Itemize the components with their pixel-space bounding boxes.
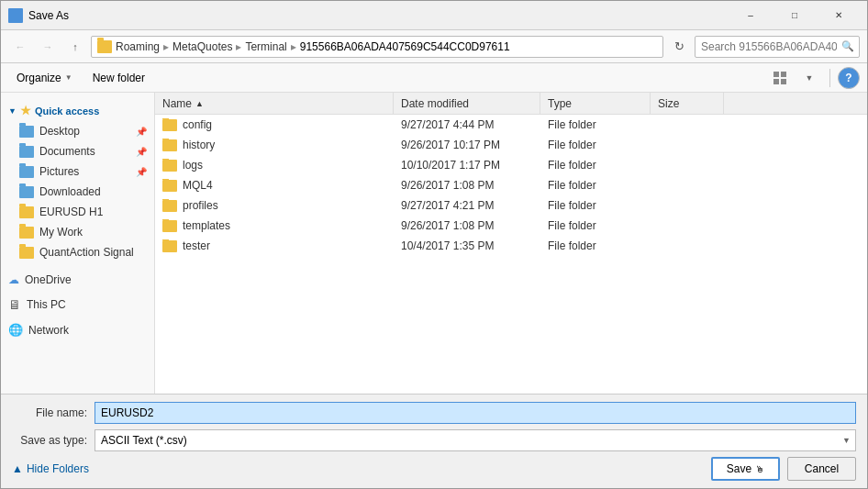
- sidebar-item-network[interactable]: 🌐 Network: [1, 319, 154, 340]
- forward-button[interactable]: →: [36, 36, 60, 58]
- table-row[interactable]: config 9/27/2017 4:44 PM File folder: [155, 115, 867, 135]
- file-date: 10/4/2017 1:35 PM: [394, 239, 540, 252]
- file-type: File folder: [540, 179, 651, 192]
- file-folder-icon: [162, 160, 177, 172]
- save-button[interactable]: Save 🖱: [711, 457, 780, 481]
- up-button[interactable]: ↑: [63, 36, 87, 58]
- sidebar-item-thispc[interactable]: 🖥 This PC: [1, 294, 154, 316]
- refresh-button[interactable]: ↻: [667, 36, 691, 58]
- bc-metaquotes[interactable]: MetaQuotes: [172, 40, 232, 53]
- downloaded-label: Downloaded: [39, 185, 101, 198]
- file-folder-icon: [162, 180, 177, 192]
- organize-label: Organize: [17, 72, 61, 84]
- star-icon: ★: [20, 104, 31, 117]
- cancel-button[interactable]: Cancel: [787, 457, 856, 481]
- window-controls: – □ ✕: [729, 1, 860, 30]
- file-list-body: config 9/27/2017 4:44 PM File folder his…: [155, 115, 867, 394]
- sidebar-item-documents[interactable]: Documents 📌: [1, 141, 154, 161]
- bc-terminal[interactable]: Terminal: [245, 40, 286, 53]
- view-dropdown-button[interactable]: ▼: [796, 67, 822, 89]
- sidebar-item-onedrive[interactable]: ☁ OneDrive: [1, 270, 154, 290]
- file-area: Name ▲ Date modified Type Size config: [155, 93, 867, 394]
- filename-label: File name:: [12, 406, 95, 419]
- documents-label: Documents: [39, 145, 95, 158]
- thispc-label: This PC: [27, 298, 66, 311]
- pictures-folder-icon: [19, 166, 34, 178]
- search-icon: 🔍: [841, 40, 854, 52]
- file-name: templates: [183, 219, 230, 232]
- button-row: ▲ Hide Folders Save 🖱 Cancel: [12, 457, 856, 481]
- sidebar-item-pictures[interactable]: Pictures 📌: [1, 161, 154, 182]
- table-row[interactable]: MQL4 9/26/2017 1:08 PM File folder: [155, 175, 867, 195]
- eurusd-label: EURUSD H1: [39, 206, 103, 218]
- file-date: 9/26/2017 1:08 PM: [394, 179, 540, 192]
- col-header-type[interactable]: Type: [540, 93, 651, 114]
- desktop-pin-icon: 📌: [136, 127, 147, 137]
- filename-row: File name:: [12, 402, 856, 424]
- quick-access-header[interactable]: ▼ ★ Quick access: [1, 100, 154, 121]
- file-folder-icon: [162, 240, 177, 252]
- svg-rect-3: [781, 79, 786, 84]
- network-icon: 🌐: [8, 323, 23, 337]
- close-button[interactable]: ✕: [818, 1, 860, 30]
- cancel-label: Cancel: [805, 462, 839, 475]
- dialog-title: Save As: [28, 9, 729, 22]
- file-type: File folder: [540, 159, 651, 172]
- file-type: File folder: [540, 139, 651, 151]
- file-name: tester: [183, 239, 210, 252]
- table-row[interactable]: tester 10/4/2017 1:35 PM File folder: [155, 236, 867, 256]
- filename-input[interactable]: [95, 402, 856, 424]
- toolbar-separator: [829, 69, 830, 87]
- downloaded-folder-icon: [19, 186, 34, 198]
- back-button[interactable]: ←: [8, 36, 32, 58]
- search-input[interactable]: [695, 36, 860, 58]
- network-label: Network: [28, 324, 69, 337]
- savetype-row: Save as type: ASCII Text (*.csv)CSV (*.c…: [12, 429, 856, 451]
- view-icon: [773, 71, 787, 85]
- minimize-button[interactable]: –: [729, 1, 772, 30]
- main-content: ▼ ★ Quick access Desktop 📌 Documents 📌 P…: [1, 93, 867, 394]
- file-type: File folder: [540, 219, 651, 232]
- collapse-icon: ▼: [8, 106, 17, 116]
- sidebar-item-mywork[interactable]: My Work: [1, 222, 154, 242]
- sidebar-item-quantaction[interactable]: QuantAction Signal: [1, 242, 154, 262]
- file-type: File folder: [540, 199, 651, 212]
- sidebar-item-downloaded[interactable]: Downloaded: [1, 182, 154, 202]
- maximize-button[interactable]: □: [773, 1, 816, 30]
- table-row[interactable]: profiles 9/27/2017 4:21 PM File folder: [155, 195, 867, 216]
- bc-roaming[interactable]: Roaming: [116, 40, 160, 53]
- address-bar: ← → ↑ Roaming ▸ MetaQuotes ▸ Terminal ▸ …: [1, 30, 867, 63]
- view-options-button[interactable]: [767, 67, 793, 89]
- desktop-folder-icon: [19, 126, 34, 138]
- help-button[interactable]: ?: [838, 67, 860, 89]
- save-cursor-icon: 🖱: [755, 464, 764, 474]
- sidebar-item-eurusd[interactable]: EURUSD H1: [1, 202, 154, 222]
- search-wrap: 🔍: [695, 36, 860, 58]
- sidebar-item-desktop[interactable]: Desktop 📌: [1, 121, 154, 141]
- dialog-icon: [8, 8, 23, 23]
- table-row[interactable]: logs 10/10/2017 1:17 PM File folder: [155, 155, 867, 175]
- bc-current[interactable]: 915566BA06ADA407569C544CC0D97611: [300, 40, 510, 53]
- col-header-size[interactable]: Size: [651, 93, 724, 114]
- documents-folder-icon: [19, 146, 34, 158]
- new-folder-button[interactable]: New folder: [84, 67, 153, 89]
- file-name: history: [183, 139, 215, 151]
- onedrive-label: OneDrive: [25, 273, 72, 286]
- file-type: File folder: [540, 118, 651, 131]
- table-row[interactable]: history 9/26/2017 10:17 PM File folder: [155, 135, 867, 155]
- table-row[interactable]: templates 9/26/2017 1:08 PM File folder: [155, 216, 867, 236]
- onedrive-icon: ☁: [8, 273, 19, 286]
- col-header-name[interactable]: Name ▲: [155, 93, 394, 114]
- bottom-section: File name: Save as type: ASCII Text (*.c…: [1, 394, 867, 488]
- title-bar: Save As – □ ✕: [1, 1, 867, 30]
- savetype-select[interactable]: ASCII Text (*.csv)CSV (*.csv)Text (*.txt…: [95, 429, 856, 451]
- col-header-date[interactable]: Date modified: [394, 93, 540, 114]
- organize-button[interactable]: Organize ▼: [8, 67, 81, 89]
- view-dropdown-icon: ▼: [806, 73, 814, 83]
- hide-folders-button[interactable]: ▲ Hide Folders: [12, 462, 89, 475]
- breadcrumb-bar[interactable]: Roaming ▸ MetaQuotes ▸ Terminal ▸ 915566…: [91, 36, 663, 58]
- svg-rect-1: [781, 72, 786, 77]
- quantaction-label: QuantAction Signal: [39, 246, 134, 259]
- savetype-label: Save as type:: [12, 434, 95, 447]
- file-date: 10/10/2017 1:17 PM: [394, 159, 540, 172]
